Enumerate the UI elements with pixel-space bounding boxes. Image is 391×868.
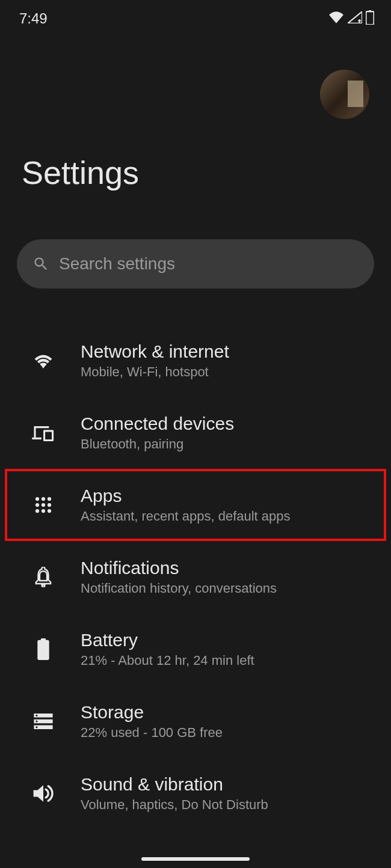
item-subtitle: Assistant, recent apps, default apps — [81, 509, 291, 524]
avatar[interactable] — [320, 70, 369, 119]
item-subtitle: Volume, haptics, Do Not Disturb — [81, 797, 268, 813]
header-area: Settings — [0, 34, 391, 203]
item-title: Storage — [81, 702, 223, 723]
svg-point-5 — [35, 503, 39, 507]
item-subtitle: Mobile, Wi-Fi, hotspot — [81, 364, 229, 380]
sound-icon — [31, 781, 55, 805]
item-subtitle: 21% - About 12 hr, 24 min left — [81, 653, 254, 668]
devices-icon — [31, 421, 55, 445]
svg-rect-1 — [369, 10, 371, 12]
item-text: Network & internet Mobile, Wi-Fi, hotspo… — [81, 341, 229, 380]
item-subtitle: Bluetooth, pairing — [81, 436, 234, 452]
svg-point-7 — [48, 503, 51, 507]
item-title: Notifications — [81, 558, 277, 578]
battery-status-icon — [366, 10, 374, 27]
settings-item-network[interactable]: Network & internet Mobile, Wi-Fi, hotspo… — [0, 325, 391, 397]
settings-item-devices[interactable]: Connected devices Bluetooth, pairing — [0, 397, 391, 469]
wifi-status-icon — [328, 11, 344, 26]
item-subtitle: 22% used - 100 GB free — [81, 725, 223, 741]
svg-point-10 — [48, 509, 51, 513]
item-subtitle: Notification history, conversations — [81, 581, 277, 596]
svg-point-9 — [42, 509, 45, 513]
storage-icon — [31, 709, 55, 733]
nav-indicator[interactable] — [141, 857, 250, 861]
search-icon — [32, 255, 49, 272]
settings-item-battery[interactable]: Battery 21% - About 12 hr, 24 min left — [0, 613, 391, 685]
item-title: Battery — [81, 630, 254, 650]
item-title: Sound & vibration — [81, 774, 268, 795]
item-title: Apps — [81, 486, 291, 506]
settings-item-notifications[interactable]: Notifications Notification history, conv… — [0, 541, 391, 613]
battery-icon — [31, 637, 55, 661]
signal-status-icon — [348, 11, 362, 26]
bell-icon — [31, 565, 55, 589]
item-text: Notifications Notification history, conv… — [81, 558, 277, 596]
item-text: Battery 21% - About 12 hr, 24 min left — [81, 630, 254, 668]
status-icons — [328, 10, 374, 27]
svg-point-17 — [35, 720, 37, 722]
svg-rect-12 — [37, 640, 49, 660]
item-title: Network & internet — [81, 341, 229, 362]
svg-point-4 — [48, 497, 51, 501]
svg-point-18 — [35, 726, 37, 728]
svg-point-2 — [35, 497, 39, 501]
item-text: Connected devices Bluetooth, pairing — [81, 414, 234, 452]
svg-point-6 — [42, 503, 45, 507]
status-bar: 7:49 — [0, 0, 391, 34]
svg-rect-0 — [366, 11, 374, 25]
apps-icon — [31, 493, 55, 517]
svg-point-16 — [35, 715, 37, 717]
status-time: 7:49 — [19, 10, 48, 27]
item-text: Sound & vibration Volume, haptics, Do No… — [81, 774, 268, 813]
wifi-icon — [31, 349, 55, 373]
search-bar[interactable]: Search settings — [17, 239, 374, 289]
settings-item-apps[interactable]: Apps Assistant, recent apps, default app… — [5, 469, 386, 541]
item-text: Storage 22% used - 100 GB free — [81, 702, 223, 741]
item-title: Connected devices — [81, 414, 234, 434]
settings-item-sound[interactable]: Sound & vibration Volume, haptics, Do No… — [0, 757, 391, 830]
svg-point-8 — [35, 509, 39, 513]
search-placeholder: Search settings — [59, 254, 175, 274]
settings-list: Network & internet Mobile, Wi-Fi, hotspo… — [0, 307, 391, 830]
item-text: Apps Assistant, recent apps, default app… — [81, 486, 291, 524]
settings-item-storage[interactable]: Storage 22% used - 100 GB free — [0, 685, 391, 757]
svg-point-3 — [42, 497, 45, 501]
page-title: Settings — [22, 154, 369, 191]
